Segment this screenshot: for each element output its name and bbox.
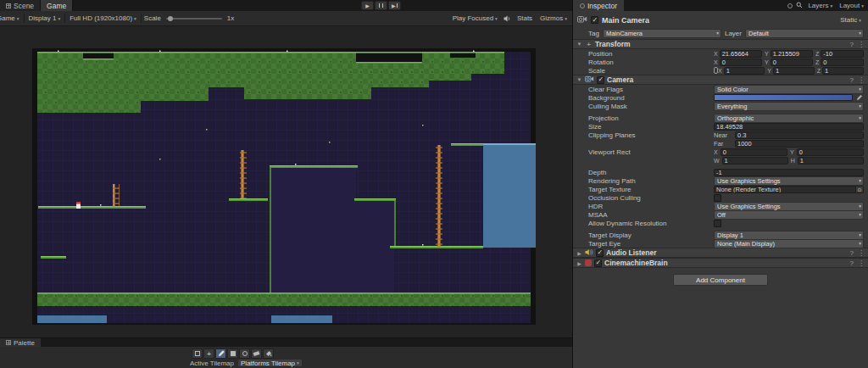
culling-mask-dropdown[interactable]: Everything [714, 102, 864, 111]
near-field[interactable]: 0.3 [735, 131, 864, 139]
hdr-dropdown[interactable]: Use Graphics Settings [714, 202, 864, 211]
tag-dropdown[interactable]: MainCamera [603, 29, 721, 38]
depth-field[interactable]: -1 [714, 169, 864, 176]
camera-title: Camera [607, 75, 633, 84]
help-icon[interactable]: ? [850, 76, 854, 84]
kebab-menu-icon[interactable]: ⋮ [858, 41, 865, 48]
add-component-button[interactable]: Add Component [673, 274, 768, 286]
active-tilemap-dropdown[interactable]: Platforms Tilemap [237, 359, 303, 367]
clear-flags-dropdown[interactable]: Solid Color [714, 85, 864, 94]
pause-button[interactable] [375, 1, 387, 10]
gizmos-dropdown[interactable]: Gizmos [538, 14, 569, 23]
target-eye-row: Target Eye None (Main Display) [573, 239, 868, 248]
play-button[interactable]: ▶ [361, 1, 374, 10]
kebab-menu-icon[interactable]: ⋮ [858, 249, 865, 257]
culling-mask-value: Everything [717, 103, 747, 110]
view-mode-dropdown[interactable]: Game [0, 14, 21, 23]
tab-game[interactable]: Game [41, 0, 73, 11]
background-row: Background [573, 93, 868, 102]
viewport-y-field[interactable]: 0 [797, 148, 864, 156]
resolution-dropdown[interactable]: Full HD (1920x1080) [68, 14, 138, 23]
help-icon[interactable]: ? [850, 259, 854, 267]
rotation-z-field[interactable]: 0 [821, 59, 864, 66]
active-tilemap-value: Platforms Tilemap [241, 360, 295, 367]
kebab-menu-icon[interactable]: ⋮ [858, 259, 865, 267]
axis-x-label: X [714, 51, 718, 57]
transform-header[interactable]: ▼ + Transform ? ⋮ [573, 39, 868, 49]
help-icon[interactable]: ? [850, 41, 854, 48]
brush-tool-button[interactable] [215, 348, 226, 359]
display-dropdown[interactable]: Display 1 [27, 14, 63, 23]
audio-listener-enabled-checkbox[interactable] [596, 249, 604, 257]
layout-dropdown[interactable]: Layout [837, 1, 865, 10]
target-display-dropdown[interactable]: Display 1 [714, 231, 864, 240]
account-icon[interactable] [787, 3, 793, 8]
object-picker-icon[interactable]: ⊙ [855, 187, 863, 192]
target-eye-dropdown[interactable]: None (Main Display) [714, 239, 864, 248]
tab-tile-palette[interactable]: Palette [0, 338, 41, 347]
axis-y-label: Y [790, 149, 794, 155]
audio-listener-title: Audio Listener [606, 248, 657, 257]
stats-button[interactable]: Stats [515, 14, 534, 23]
background-color-swatch[interactable] [714, 94, 853, 101]
position-x-field[interactable]: 21.65664 [720, 50, 762, 58]
layer-dropdown[interactable]: Default [745, 29, 864, 38]
step-button[interactable]: ▶ [388, 1, 401, 10]
play-focused-dropdown[interactable]: Play Focused [451, 14, 499, 23]
play-icon: ▶ [365, 3, 370, 8]
rotation-label: Rotation [588, 59, 714, 66]
occlusion-culling-checkbox[interactable] [714, 194, 721, 202]
gameobject-active-checkbox[interactable] [591, 16, 598, 24]
static-dropdown[interactable]: Static [837, 15, 864, 25]
audio-listener-header[interactable]: ▶ Audio Listener ? ⋮ [573, 248, 868, 258]
search-icon[interactable] [796, 2, 803, 10]
mute-audio-icon[interactable] [504, 15, 511, 22]
move-tool-button[interactable]: + [203, 348, 214, 359]
scale-slider[interactable] [166, 18, 222, 20]
msaa-dropdown[interactable]: Off [714, 210, 864, 220]
scale-x-field[interactable]: 1 [724, 67, 765, 75]
cinemachine-brain-header[interactable]: ▶ CinemachineBrain ? ⋮ [573, 258, 868, 268]
scale-slider-knob[interactable] [168, 16, 173, 21]
scale-y-field[interactable]: 1 [773, 67, 815, 75]
rendering-path-dropdown[interactable]: Use Graphics Settings [714, 176, 864, 186]
select-tool-button[interactable] [192, 348, 203, 359]
game-toolbar-right: Play Focused Stats Gizmos [451, 14, 569, 23]
foldout-closed-icon: ▶ [576, 250, 582, 256]
target-texture-field[interactable]: None (Render Texture) ⊙ [714, 186, 864, 193]
size-field[interactable]: 18.49528 [714, 123, 864, 131]
tab-inspector[interactable]: Inspector [573, 0, 624, 11]
rotation-x-field[interactable]: 0 [720, 59, 762, 66]
camera-enabled-checkbox[interactable] [597, 76, 604, 84]
eyedropper-icon[interactable] [855, 94, 864, 101]
viewport-x-field[interactable]: 0 [721, 148, 787, 156]
active-tilemap-label: Active Tilemap [190, 360, 234, 367]
layers-dropdown[interactable]: Layers [806, 1, 834, 10]
tilemap-tools: + [192, 348, 274, 359]
scale-z-field[interactable]: 1 [822, 67, 864, 75]
picker-tool-button[interactable] [239, 348, 250, 359]
eraser-tool-button[interactable] [251, 348, 262, 359]
brush-tool-icon [218, 350, 225, 357]
tab-scene[interactable]: Scene [0, 0, 41, 11]
game-viewport[interactable] [32, 48, 536, 325]
dynamic-resolution-checkbox[interactable] [714, 220, 721, 227]
select-tool-icon [195, 351, 200, 356]
far-field[interactable]: 1000 [735, 140, 864, 148]
projection-dropdown[interactable]: Orthographic [714, 114, 864, 123]
help-icon[interactable]: ? [850, 249, 854, 257]
camera-header[interactable]: ▼ Camera ? ⋮ [573, 75, 868, 85]
background-label: Background [588, 94, 714, 102]
cinemachine-enabled-checkbox[interactable] [594, 259, 602, 267]
axis-h-label: H [791, 158, 795, 164]
position-z-field[interactable]: -10 [821, 50, 864, 58]
fill-tool-button[interactable] [263, 348, 274, 359]
position-y-field[interactable]: 1.215509 [771, 50, 813, 58]
viewport-h-field[interactable]: 1 [798, 157, 864, 164]
tag-value: MainCamera [606, 30, 643, 37]
box-fill-tool-button[interactable] [227, 348, 238, 359]
viewport-w-field[interactable]: 1 [722, 157, 788, 164]
rotation-y-field[interactable]: 0 [771, 59, 813, 66]
kebab-menu-icon[interactable]: ⋮ [858, 76, 865, 84]
view-mode-value: Game [0, 14, 15, 22]
